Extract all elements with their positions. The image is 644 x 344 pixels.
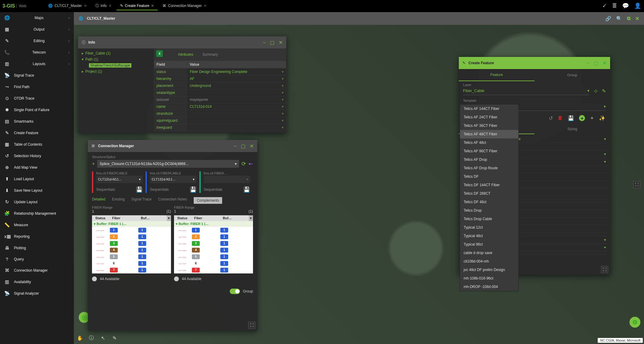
fiber-row[interactable]: — — 7 1 [174, 267, 253, 273]
sidebar-item[interactable]: ↻Update Layout [0, 196, 74, 208]
sidebar-item[interactable]: 🖶Plotting [0, 242, 74, 253]
attr-value[interactable]: ▾ [187, 117, 286, 124]
fiber-row[interactable]: — — 3 1 [92, 240, 171, 247]
attr-value[interactable]: AF▾ [187, 75, 286, 82]
sidebar-item[interactable]: ⬆Load Layout [0, 173, 74, 185]
sidebar-item[interactable]: ⬇Save New Layout [0, 185, 74, 196]
attr-value[interactable]: ▾ [187, 110, 286, 117]
expand-button[interactable]: ⛶ [633, 181, 640, 188]
dropdown-option[interactable]: Telics AF Drop [460, 155, 518, 164]
sidebar-item[interactable]: ↺Selection History [0, 150, 74, 162]
sequentials-label[interactable]: Sequentials [204, 187, 223, 192]
map-canvas[interactable]: NC CGIA, Maxar, Microsoft ◎ ⚙ ⛶ ✋ ⓘ ↖ ✎ … [74, 25, 644, 344]
link-button[interactable]: ✦ [590, 115, 594, 121]
dropdown-option[interactable]: mh-108b-016-96ct [460, 274, 518, 283]
sidebar-item[interactable]: 📡Signal Trace [0, 70, 74, 81]
template-dropdown[interactable]: Telics AF 144CT FiberTelics AF 24CT Fibe… [460, 104, 519, 291]
fiber-row[interactable]: — — 5 1 [174, 253, 253, 260]
cm-tab[interactable]: Existing [112, 197, 125, 204]
sidebar-item[interactable]: 📡Signal Analyzer [0, 288, 74, 299]
dropdown-option[interactable]: Telics AF 48CT Fiber [460, 130, 518, 138]
doc-tab[interactable]: ⓘInfo✕ [92, 2, 115, 11]
cf-expand-button[interactable]: ⛶ [601, 266, 608, 273]
sidebar-item[interactable]: ▥Availability [0, 276, 74, 288]
cm-panel-header[interactable]: ⌘ Connection Manager –▢✕ [88, 140, 257, 152]
dropdown-option[interactable]: Telics DF 288CT [460, 189, 518, 198]
dropdown-option[interactable]: Telics AF 48ct [460, 138, 518, 147]
cable-select[interactable]: ▾ [204, 176, 250, 183]
sidebar-item[interactable]: ⊙OTDR Trace [0, 93, 74, 104]
cm-tab[interactable]: Complements [194, 197, 222, 204]
cf-panel-header[interactable]: ✎ Create Feature –▢✕ [459, 57, 610, 69]
layer-edit-icon[interactable]: ✎ [602, 88, 606, 94]
avail-toggle-b[interactable] [174, 276, 179, 281]
delete-button[interactable]: 🗑 [558, 115, 563, 121]
fiber-row[interactable]: — — 5 1 [92, 253, 171, 260]
subtab-sizing[interactable]: Sizing [534, 124, 610, 134]
close-button[interactable]: ✕ [279, 40, 283, 45]
maximize-button[interactable]: ▢ [594, 60, 598, 66]
group-switch[interactable] [230, 289, 240, 294]
sidebar-item[interactable]: ⊕Add Map View [0, 162, 74, 173]
breadcrumb-action-icon[interactable]: ✕ [635, 16, 639, 22]
dropdown-option[interactable]: Typical 48ct [460, 232, 518, 240]
sidebar-item[interactable]: ⤳Find Path [0, 81, 74, 93]
save-icon[interactable]: 💾 [243, 186, 250, 193]
close-button[interactable]: ✕ [250, 143, 254, 149]
fiber-row[interactable]: — — 7 1 [92, 267, 171, 273]
fiber-grid-a[interactable]: StatusFiberBuf…▾▾ Buffer: FIBER 1 (… — —… [92, 215, 171, 273]
col-value[interactable]: Value [187, 61, 286, 68]
tab-summary[interactable]: Summary [202, 52, 218, 57]
refresh-button[interactable]: ⟳ [242, 160, 246, 167]
export-excel-button[interactable]: X [156, 50, 163, 57]
close-icon[interactable]: ✕ [109, 4, 112, 8]
sidebar-item[interactable]: ✎Editing› [0, 35, 74, 47]
dropdown-option[interactable]: Typical 96ct [460, 240, 518, 249]
fiber-row[interactable]: — — 1 1 [92, 227, 171, 233]
sequentials-label[interactable]: Sequentials [96, 187, 115, 192]
sidebar-item[interactable]: ✎Create Feature [0, 127, 74, 139]
tab-attributes[interactable]: Attributes [178, 52, 193, 57]
tree-node[interactable]: ▸Fiber_Cable (1) [82, 50, 150, 56]
tree-node[interactable]: ▸Project (1) [82, 68, 150, 74]
dropdown-option[interactable]: Telics DF [460, 172, 518, 181]
attr-value[interactable]: CLT131d-014▾ [187, 103, 286, 110]
minimize-button[interactable]: – [587, 60, 590, 66]
attr-value[interactable]: ▾ [187, 124, 286, 131]
cable-select[interactable]: CLT131d-N11…▾ [150, 176, 196, 183]
select-tool-icon[interactable]: ↖ [99, 334, 107, 342]
dropdown-option[interactable]: Telics AF 144CT Fiber [460, 104, 518, 113]
dropdown-option[interactable]: Telics Drop Cable [460, 215, 518, 223]
sidebar-item[interactable]: ▤Smartmarks [0, 116, 74, 127]
maximize-button[interactable]: ▢ [270, 40, 274, 45]
dropdown-option[interactable]: cable d drop save [460, 249, 518, 257]
fiber-row[interactable]: — — 4 1 [174, 247, 253, 253]
close-icon[interactable]: ✕ [84, 4, 87, 8]
fab-settings[interactable]: ⚙ [629, 317, 640, 328]
dropdown-option[interactable]: Telics AF 96CT Fiber [460, 147, 518, 155]
close-icon[interactable]: ✕ [204, 4, 207, 8]
sidebar-item[interactable]: ▦Output› [0, 24, 74, 35]
dropdown-option[interactable]: Typical 12ct [460, 223, 518, 232]
fiber-row[interactable]: — — 2 1 [92, 233, 171, 240]
cable-select[interactable]: CLT131d-N11…▾ [96, 176, 143, 183]
magic-button[interactable]: ✨ [599, 115, 605, 121]
minimize-button[interactable]: – [263, 40, 266, 45]
fiber-row[interactable]: — — 6 1 [174, 260, 253, 267]
dropdown-option[interactable]: jvc 48ct DF prelim Design [460, 266, 518, 274]
dropdown-option[interactable]: Telics AF 24CT Fiber [460, 113, 518, 121]
dropdown-option[interactable]: Telics DF 48ct [460, 198, 518, 206]
tree-node[interactable]: ShallowTrenchSoftscape [82, 62, 150, 68]
breadcrumb-action-icon[interactable]: 🔍 [616, 16, 622, 22]
cm-tab[interactable]: Detailed [92, 197, 105, 204]
fiber-row[interactable]: — — 3 1 [174, 240, 253, 247]
add-splice-button[interactable]: + [92, 161, 95, 167]
titlebar-action-icon[interactable]: 💬 [622, 2, 629, 9]
col-field[interactable]: Field [154, 61, 187, 68]
sidebar-item[interactable]: 🌐Maps› [0, 12, 74, 24]
doc-tab[interactable]: ✎Create Feature✕ [117, 2, 158, 10]
add-button[interactable]: ＋ [579, 115, 585, 121]
dropdown-option[interactable]: Telics DF 144CT Fiber [460, 181, 518, 189]
maximize-button[interactable]: ▢ [241, 143, 245, 149]
dropdown-option[interactable]: Telics Drop [460, 206, 518, 215]
